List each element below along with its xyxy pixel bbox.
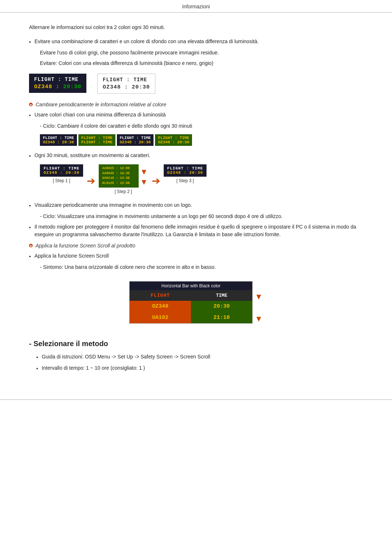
- hbar-wrapper: Horizontal Bar with Black color FLIGHT T…: [129, 276, 263, 329]
- hbar-arrow-2: ▼: [255, 315, 263, 323]
- cc2-row2: FLIGHT : TIME: [81, 140, 113, 144]
- method-section: - Selezionare il metodo • Guida di istru…: [29, 340, 363, 373]
- hbar-arrow-1: ▼: [255, 293, 263, 301]
- step-block-1: FLIGHT : TIME OZ348 : 20:30 [ Step 1 ]: [40, 164, 83, 183]
- hbar-flight-label: FLIGHT: [130, 290, 191, 301]
- dark-card-oz: OZ348: [34, 84, 52, 90]
- step-block-3: FLIGHT : TIME OZ348 : 20:30 [ Step 3 ]: [164, 164, 207, 183]
- method-dot-1: •: [36, 354, 38, 361]
- step1-card: FLIGHT : TIME OZ348 : 20:30: [40, 164, 83, 177]
- hbar-data-row-2: UA102 21:10: [130, 312, 252, 323]
- bullet-item-3: • Ogni 30 minuti, sostituire un moviment…: [29, 152, 363, 160]
- two-cards-section: FLIGHT : TIME OZ348 : 20:30 FLIGHT : TIM…: [29, 74, 363, 94]
- bullet-text-3: Ogni 30 minuti, sostituire un movimento …: [34, 152, 150, 160]
- step2-r2: UA0110 : 13:30KL0125 : 13:50: [102, 176, 135, 186]
- cycle-indent-text: - Ciclo: Cambiare il colore dei caratter…: [40, 122, 363, 130]
- cc1-row2: OZ348 : 20:30: [43, 140, 74, 144]
- indent-text-6: - Sintomo: Una barra orizzontale di colo…: [40, 263, 363, 271]
- down-arrow-2: ▼: [140, 178, 148, 186]
- indent-text-4: - Ciclo: Visualizzare una immagine in mo…: [40, 213, 363, 220]
- cc3-row1: FLIGHT : TIME: [120, 136, 151, 140]
- step-block-2: AA0025 : 12:00AA0035 : 12:35 UA0110 : 13…: [99, 164, 148, 194]
- bullet-dot-3: •: [29, 152, 31, 160]
- header-title: Informazioni: [182, 4, 210, 9]
- method-text-1: Guida di istruzioni: OSD Menu -> Set Up …: [42, 353, 210, 361]
- hbar-2110: 21:10: [191, 312, 252, 323]
- hbar-time-label: TIME: [191, 290, 252, 301]
- orange-bullet-section-2: ● Applica la funzione Screen Scroll al p…: [29, 243, 363, 249]
- cycle-card-4: FLIGHT : TIME OZ348 : 20:30: [155, 134, 192, 146]
- bullet-text-5: Il metodo migliore per proteggere il mon…: [34, 223, 363, 238]
- bullet-item-5: • Il metodo migliore per proteggere il m…: [29, 223, 363, 238]
- hbar-data-row-1: OZ348 20:30: [130, 301, 252, 312]
- cc4-row2: OZ348 : 20:30: [158, 140, 189, 144]
- hbar-ua102: UA102: [130, 312, 191, 323]
- bullet-item-2: • Usare colori chiari con una minima dif…: [29, 111, 363, 119]
- cycle-card-1: FLIGHT : TIME OZ348 : 20:30: [40, 134, 77, 146]
- arrow-2: ➔: [152, 176, 160, 186]
- hbar-arrows: ▼ ▼: [253, 276, 263, 329]
- intro-text: Alternare le informazioni sui colori tra…: [29, 24, 363, 31]
- step1-r2: OZ348 : 20:30: [44, 171, 79, 175]
- arrow-1: ➔: [87, 176, 95, 186]
- step3-card: FLIGHT : TIME OZ348 : 20:30: [164, 164, 207, 177]
- bullet-dot-5: •: [29, 224, 31, 238]
- step2-r1: AA0025 : 12:00AA0035 : 12:35: [102, 166, 135, 176]
- cc2-row1: FLIGHT : TIME: [81, 136, 113, 140]
- step2-label: [ Step 2 ]: [115, 189, 132, 194]
- bullet-dot-6: •: [29, 253, 31, 260]
- cc4-row1: FLIGHT : TIME: [158, 136, 189, 140]
- method-bullet-1: • Guida di istruzioni: OSD Menu -> Set U…: [36, 353, 363, 361]
- hbar-header: Horizontal Bar with Black color: [130, 282, 252, 290]
- bullet-item-6: • Applica la funzione Screen Scroll: [29, 252, 363, 260]
- hbar-container: Horizontal Bar with Black color FLIGHT T…: [129, 281, 253, 324]
- light-card-row2: OZ348 : 20:30: [103, 84, 150, 90]
- indent-text-1: Evitare l'uso di colori grigi, che posso…: [40, 49, 363, 57]
- hbar-oz348: OZ348: [130, 301, 191, 312]
- method-title: - Selezionare il metodo: [29, 340, 363, 348]
- bullet-text-1: Evitare una combinazione di caratteri e …: [34, 38, 259, 46]
- page-content: Alternare le informazioni sui colori tra…: [0, 13, 392, 392]
- bullet-item-4: • Visualizzare periodicamente una immagi…: [29, 201, 363, 210]
- orange-circle-2: ●: [29, 244, 33, 247]
- bullet-dot-2: •: [29, 112, 31, 119]
- page-footer: [0, 399, 392, 400]
- down-arrow-1: ▼: [140, 168, 148, 176]
- step1-label: [ Step 1 ]: [53, 178, 70, 183]
- orange-bullet-section-1: ● Cambiare periodicamente le informazion…: [29, 102, 363, 107]
- bullet-dot-1: •: [29, 38, 31, 46]
- bullet-text-6: Applica la funzione Screen Scroll: [34, 252, 109, 260]
- indent-text-2: Evitare: Colori con una elevata differen…: [40, 59, 363, 67]
- hbar-label-row: FLIGHT TIME: [130, 290, 252, 301]
- cycle-cards-section: FLIGHT : TIME OZ348 : 20:30 FLIGHT : TIM…: [40, 134, 363, 146]
- step3-r2: OZ348 : 20:30: [167, 171, 203, 175]
- dark-card-time: 20:30: [63, 84, 81, 90]
- step3-r1: FLIGHT : TIME: [167, 166, 203, 171]
- page-header: Informazioni: [0, 0, 392, 13]
- hbar-2030: 20:30: [191, 301, 252, 312]
- light-card-row1: FLIGHT : TIME: [103, 77, 150, 83]
- steps-row: FLIGHT : TIME OZ348 : 20:30 [ Step 1 ] ➔…: [40, 164, 363, 194]
- bullet-text-4: Visualizzare periodicamente una immagine…: [34, 201, 192, 210]
- orange-circle-1: ●: [29, 103, 33, 106]
- dark-card-sep: :: [56, 84, 63, 90]
- step2-card: AA0025 : 12:00AA0035 : 12:35 UA0110 : 13…: [99, 164, 139, 188]
- dark-card-row2: OZ348 : 20:30: [34, 84, 81, 90]
- cycle-card-2: FLIGHT : TIME FLIGHT : TIME: [78, 134, 115, 146]
- method-text-2: Intervallo di tempo: 1 ~ 10 ore (consigl…: [42, 364, 145, 373]
- method-dot-2: •: [36, 365, 38, 373]
- method-bullet-2: • Intervallo di tempo: 1 ~ 10 ore (consi…: [36, 364, 363, 373]
- orange-bullet-text-2: Applica la funzione Screen Scroll al pro…: [36, 243, 135, 249]
- flight-card-dark: FLIGHT : TIME OZ348 : 20:30: [29, 74, 86, 93]
- step3-label: [ Step 3 ]: [176, 178, 194, 183]
- cc1-row1: FLIGHT : TIME: [43, 136, 74, 140]
- bullet-text-2: Usare colori chiari con una minima diffe…: [34, 111, 166, 119]
- bullet-item-1: • Evitare una combinazione di caratteri …: [29, 38, 363, 46]
- cc3-row2: OZ348 : 20:30: [120, 140, 151, 144]
- cycle-card-3: FLIGHT : TIME OZ348 : 20:30: [117, 134, 154, 146]
- flight-card-light: FLIGHT : TIME OZ348 : 20:30: [97, 74, 155, 94]
- dark-card-row1: FLIGHT : TIME: [34, 77, 81, 82]
- step1-r1: FLIGHT : TIME: [44, 166, 79, 171]
- orange-bullet-text-1: Cambiare periodicamente le informazioni …: [36, 102, 166, 107]
- bullet-dot-4: •: [29, 202, 31, 210]
